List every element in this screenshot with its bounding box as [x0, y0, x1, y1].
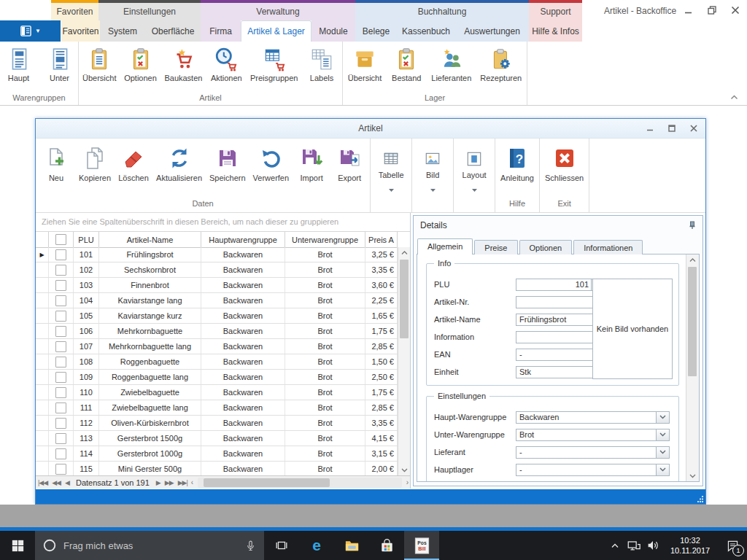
store-button[interactable] [369, 531, 404, 560]
table-row[interactable]: 108RoggenbaguetteBackwarenBrot1,50 € [36, 354, 398, 370]
toolbar-button-bild[interactable]: Bild [414, 144, 452, 187]
grid-header-unterwarengruppe[interactable]: Unterwarengruppe [285, 232, 365, 247]
toolbar-button-speichern[interactable]: Speichern [206, 144, 249, 184]
checkbox[interactable] [55, 265, 66, 276]
table-row[interactable]: 111Zwiebelbaguette langBackwarenBrot2,85… [36, 400, 398, 416]
plu-spinner[interactable]: 101 [516, 279, 602, 291]
ribbon-button-bestand[interactable]: Bestand [386, 45, 427, 84]
ribbon-button-haupt[interactable]: Haupt [0, 45, 39, 84]
tab-artikel-und-lager[interactable]: Artikel & Lager [241, 20, 311, 42]
toolbar-button-layout[interactable]: Layout [455, 144, 493, 187]
nav-next-icon[interactable]: ▶ [154, 479, 163, 486]
tab-kassenbuch[interactable]: Kassenbuch [397, 20, 455, 42]
checkbox[interactable] [55, 249, 66, 260]
toolbar-button-tabelle[interactable]: Tabelle [372, 144, 410, 187]
checkbox[interactable] [55, 464, 66, 475]
tab-belege[interactable]: Belege [355, 20, 397, 42]
checkbox[interactable] [55, 387, 66, 398]
task-view-button[interactable] [264, 531, 299, 560]
scroll-up-icon[interactable] [398, 247, 410, 258]
nav-prev-icon[interactable]: ◀ [63, 479, 71, 486]
scroll-down-icon[interactable] [398, 464, 410, 475]
row-checkbox-cell[interactable] [49, 278, 74, 292]
table-row[interactable]: 109Roggenbaguette langBackwarenBrot2,50 … [36, 370, 398, 385]
details-tab-informationen[interactable]: Informationen [573, 240, 643, 254]
network-icon[interactable] [624, 531, 643, 560]
checkbox[interactable] [55, 280, 66, 291]
row-checkbox-cell[interactable] [49, 354, 74, 369]
checkbox[interactable] [55, 448, 66, 459]
tab-module[interactable]: Module [311, 20, 355, 42]
action-center-button[interactable]: 1 [718, 531, 747, 560]
checkbox[interactable] [55, 341, 66, 352]
start-button[interactable] [0, 531, 35, 560]
chevron-down-icon[interactable] [656, 447, 669, 458]
row-checkbox-cell[interactable] [49, 262, 74, 277]
grid-header-hauptwarengruppe[interactable]: Hauptwarengruppe [201, 232, 285, 247]
ribbon-button-aktionen[interactable]: Aktionen [206, 45, 247, 84]
toolbar-button-export[interactable]: Export [330, 144, 368, 184]
artikel-name-field[interactable]: Frühlingsbrot [516, 314, 602, 326]
table-row[interactable]: 110ZwiebelbaguetteBackwarenBrot1,75 € [36, 385, 398, 400]
edge-button[interactable]: e [299, 531, 334, 560]
details-tab-allgemein[interactable]: Allgemein [417, 238, 473, 254]
details-tab-optionen[interactable]: Optionen [519, 240, 573, 254]
table-row[interactable]: 112Oliven-KürbiskernbrotBackwarenBrot3,3… [36, 416, 398, 431]
file-explorer-button[interactable] [334, 531, 369, 560]
toolbar-button-kopieren[interactable]: Kopieren [75, 144, 115, 184]
ribbon-button-optionen[interactable]: Optionen [120, 45, 161, 84]
toolbar-button-neu[interactable]: Neu [37, 144, 75, 184]
checkbox[interactable] [55, 433, 66, 444]
row-checkbox-cell[interactable] [49, 462, 74, 475]
grid-header-plu[interactable]: PLU [74, 232, 99, 247]
table-row[interactable]: 113Gersterbrot 1500gBackwarenBrot4,15 € [36, 431, 398, 446]
tab-system[interactable]: System [100, 20, 145, 42]
ribbon-button-rezepturen[interactable]: Rezepturen [476, 45, 526, 84]
artikel-nr--field[interactable] [516, 296, 602, 308]
hauptlager-select[interactable]: - [516, 464, 670, 476]
row-checkbox-cell[interactable] [49, 324, 74, 338]
hscroll-left-icon[interactable]: ‹ [190, 478, 195, 486]
hscroll-right-icon[interactable]: › [405, 478, 410, 486]
checkbox[interactable] [55, 326, 66, 337]
clock[interactable]: 10:32 10.11.2017 [662, 535, 718, 556]
toolbar-button-verwerfen[interactable]: Verwerfen [249, 144, 293, 184]
ribbon-button-übersicht[interactable]: Übersicht [344, 45, 386, 84]
details-vertical-scrollbar[interactable] [686, 254, 699, 481]
microphone-icon[interactable] [244, 540, 257, 552]
einheit-field[interactable]: Stk [516, 366, 602, 378]
ribbon-button-lieferanten[interactable]: Lieferanten [427, 45, 476, 84]
scroll-up-icon[interactable] [686, 254, 698, 265]
table-row[interactable]: 102SechskornbrotBackwarenBrot3,35 € [36, 262, 398, 278]
tab-favoriten[interactable]: Favoriten [61, 20, 100, 42]
row-checkbox-cell[interactable] [49, 308, 74, 323]
row-checkbox-cell[interactable] [49, 370, 74, 384]
checkbox[interactable] [55, 357, 66, 368]
table-row[interactable]: 105Kaviarstange kurzBackwarenBrot1,65 € [36, 308, 398, 324]
pin-icon[interactable] [688, 221, 697, 230]
close-icon[interactable] [730, 6, 740, 15]
row-checkbox-cell[interactable] [49, 339, 74, 354]
tab-auswertungen[interactable]: Auswertungen [455, 20, 529, 42]
app-menu-button[interactable]: ▼ [0, 20, 61, 42]
chevron-down-icon[interactable] [656, 464, 669, 475]
grid-group-by-hint[interactable]: Ziehen Sie eine Spaltenüberschrift in di… [36, 213, 410, 232]
grid-header-preis-a[interactable]: Preis A [365, 232, 398, 247]
table-row[interactable]: 103FinnenbrotBackwarenBrot3,60 € [36, 278, 398, 293]
tab-oberfläche[interactable]: Oberfläche [145, 20, 201, 42]
haupt-warengruppe-select[interactable]: Backwaren [516, 411, 670, 424]
details-tab-preise[interactable]: Preise [474, 240, 517, 254]
row-checkbox-cell[interactable] [49, 247, 74, 262]
checkbox[interactable] [55, 418, 66, 429]
row-checkbox-cell[interactable] [49, 293, 74, 308]
row-checkbox-cell[interactable] [49, 416, 74, 430]
minimize-icon[interactable] [645, 124, 654, 133]
ribbon-button-übersicht[interactable]: Übersicht [79, 45, 120, 84]
scrollbar-thumb[interactable] [400, 260, 409, 338]
ean-field[interactable]: - [516, 349, 602, 361]
checkbox[interactable] [55, 295, 66, 306]
chevron-down-icon[interactable] [656, 412, 669, 423]
grid-header-artikel-name[interactable]: Artikel-Name [99, 232, 201, 247]
artikel-window-titlebar[interactable]: Artikel [36, 119, 705, 139]
table-row[interactable]: 104Kaviarstange langBackwarenBrot2,25 € [36, 293, 398, 308]
